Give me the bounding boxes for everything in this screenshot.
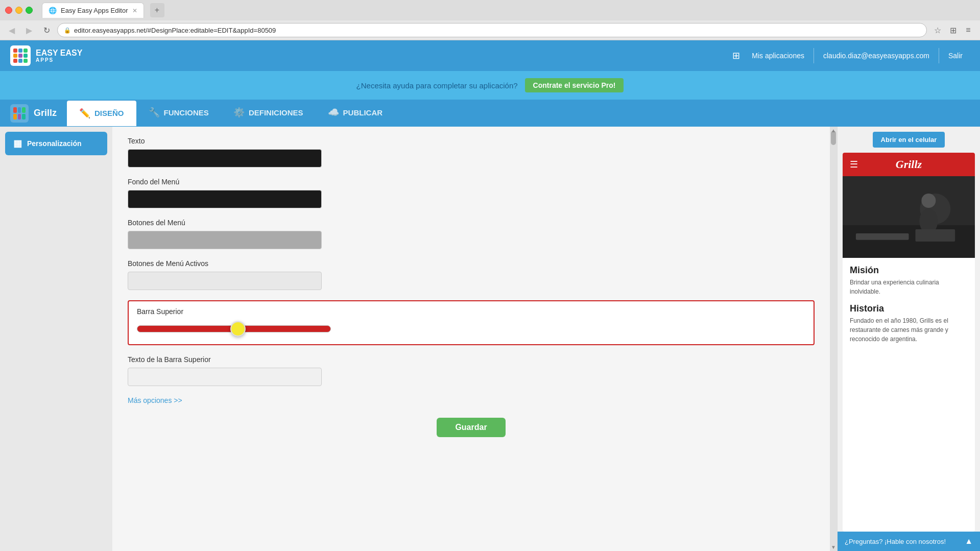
tab-diseno[interactable]: ✏️ DISEÑO	[67, 101, 136, 126]
scroll-up-icon[interactable]: ▲	[831, 128, 836, 133]
nav-user-email[interactable]: claudio.diaz@easyeasyapps.com	[816, 49, 937, 63]
more-options-link[interactable]: Más opciones >>	[128, 396, 182, 404]
nav-logout[interactable]: Salir	[941, 49, 970, 63]
grid-cell	[23, 54, 28, 58]
app-icon-cell	[18, 107, 21, 113]
tab-definiciones-label: DEFINICIONES	[249, 108, 303, 117]
barra-superior-thumb[interactable]	[230, 321, 246, 337]
logo-easy: EASY EASY	[36, 49, 82, 58]
open-mobile-button[interactable]: Abrir en el celular	[873, 132, 945, 148]
sidebar: ▦ Personalización	[0, 127, 112, 551]
mobile-app-title: Grillz	[896, 158, 922, 171]
app-name-icon	[10, 104, 29, 123]
grid-cell	[18, 49, 22, 53]
reload-button[interactable]: ↻	[40, 23, 53, 37]
maximize-dot[interactable]	[26, 7, 33, 14]
diseno-icon: ✏️	[79, 108, 90, 119]
app-icon-cell	[22, 114, 26, 119]
tab-favicon: 🌐	[49, 7, 57, 14]
publicar-icon: ☁️	[328, 107, 339, 118]
botones-activos-label: Botones de Menú Activos	[128, 259, 815, 268]
browser-actions: ☆ ⊞ ≡	[931, 23, 975, 37]
texto-label: Texto	[128, 137, 815, 145]
main-layout: ▦ Personalización Texto Fondo del Menú B…	[0, 127, 980, 551]
pro-cta-button[interactable]: Contrate el servicio Pro!	[525, 78, 624, 92]
user-email-label: claudio.diaz@easyeasyapps.com	[823, 52, 929, 60]
grid-cell	[18, 59, 22, 63]
mobile-content: Misión Brindar una experiencia culinaria…	[843, 258, 975, 358]
save-button[interactable]: Guardar	[437, 418, 505, 437]
svg-point-4	[921, 194, 936, 208]
mobile-hero-image	[843, 176, 975, 258]
tab-definiciones[interactable]: ⚙️ DEFINICIONES	[221, 100, 316, 127]
botones-menu-label: Botones del Menú	[128, 219, 815, 227]
mobile-menu-icon[interactable]: ☰	[850, 159, 858, 170]
grid-cell	[13, 54, 17, 58]
barra-superior-section: Barra Superior	[128, 300, 815, 345]
svg-rect-5	[856, 233, 909, 240]
kitchen-background	[843, 176, 975, 258]
section-historia-text: Fundado en el año 1980, Grills es el res…	[850, 316, 968, 344]
app-icon-cell	[13, 114, 17, 119]
minimize-dot[interactable]	[15, 7, 22, 14]
texto-barra-label: Texto de la Barra Superior	[128, 355, 815, 364]
new-tab-button[interactable]: +	[150, 3, 164, 17]
sidebar-item-personalizacion[interactable]: ▦ Personalización	[5, 132, 107, 155]
funciones-icon: 🔧	[149, 107, 160, 118]
scrollbar[interactable]: ▲ ▼	[830, 127, 837, 551]
tab-diseno-label: DISEÑO	[94, 109, 124, 117]
browser-dots	[5, 7, 33, 14]
texto-barra-swatch[interactable]	[128, 368, 322, 386]
nav-divider-2	[939, 48, 939, 63]
personalizacion-icon: ▦	[13, 138, 22, 149]
tab-publicar[interactable]: ☁️ PUBLICAR	[316, 100, 395, 127]
mobile-header: ☰ Grillz	[843, 153, 975, 176]
definiciones-icon: ⚙️	[233, 107, 245, 118]
browser-titlebar: 🌐 Easy Easy Apps Editor ✕ +	[0, 0, 980, 20]
tab-funciones-label: FUNCIONES	[164, 108, 209, 117]
fondo-menu-label: Fondo del Menú	[128, 178, 815, 186]
grid-cell	[13, 49, 17, 53]
app-name-section: Grillz	[10, 104, 57, 123]
logo-text: EASY EASY APPS	[36, 49, 82, 63]
grid-cell	[13, 59, 17, 63]
fondo-menu-section: Fondo del Menú	[128, 178, 815, 208]
chat-bar-close-icon[interactable]: ▲	[965, 537, 973, 546]
scroll-down-icon[interactable]: ▼	[831, 544, 836, 550]
apps-grid-icon[interactable]: ⊞	[729, 49, 743, 62]
grid-cell	[23, 49, 28, 53]
forward-button[interactable]: ▶	[22, 23, 36, 37]
browser-tab[interactable]: 🌐 Easy Easy Apps Editor ✕	[42, 3, 144, 18]
botones-activos-section: Botones de Menú Activos	[128, 259, 815, 290]
tab-close-icon[interactable]: ✕	[132, 7, 137, 14]
mobile-preview: ☰ Grillz	[843, 153, 975, 532]
botones-menu-swatch[interactable]	[128, 231, 322, 249]
lock-icon: 🔒	[64, 27, 71, 34]
menu-icon[interactable]: ≡	[962, 23, 975, 37]
back-button[interactable]: ◀	[5, 23, 18, 37]
botones-activos-swatch[interactable]	[128, 272, 322, 290]
chat-bar[interactable]: ¿Preguntas? ¡Hable con nosotros! ▲	[838, 532, 980, 551]
save-btn-row: Guardar	[128, 418, 815, 437]
promo-banner: ¿Necesita ayuda para completar su aplica…	[0, 71, 980, 100]
svg-rect-6	[915, 229, 955, 242]
nav-my-apps-label: Mis aplicaciones	[752, 52, 804, 60]
barra-superior-label: Barra Superior	[137, 307, 805, 316]
logo-grid	[13, 49, 28, 63]
grid-cell	[23, 59, 28, 63]
close-dot[interactable]	[5, 7, 12, 14]
app-logo[interactable]: EASY EASY APPS	[10, 45, 82, 66]
barra-superior-slider-container	[137, 320, 331, 338]
section-mision-title: Misión	[850, 265, 968, 276]
tab-funciones[interactable]: 🔧 FUNCIONES	[136, 100, 221, 127]
nav-logout-label: Salir	[948, 52, 963, 60]
grid-cell	[18, 54, 22, 58]
nav-my-apps[interactable]: Mis aplicaciones	[745, 49, 811, 63]
texto-color-swatch[interactable]	[128, 149, 322, 167]
extensions-icon[interactable]: ⊞	[946, 23, 960, 37]
address-bar[interactable]: 🔒 editor.easyeasyapps.net/#DesignPlace:e…	[57, 23, 927, 37]
botones-menu-section: Botones del Menú	[128, 219, 815, 249]
bookmark-icon[interactable]: ☆	[931, 23, 944, 37]
fondo-menu-swatch[interactable]	[128, 190, 322, 208]
browser-toolbar: ◀ ▶ ↻ 🔒 editor.easyeasyapps.net/#DesignP…	[0, 20, 980, 40]
